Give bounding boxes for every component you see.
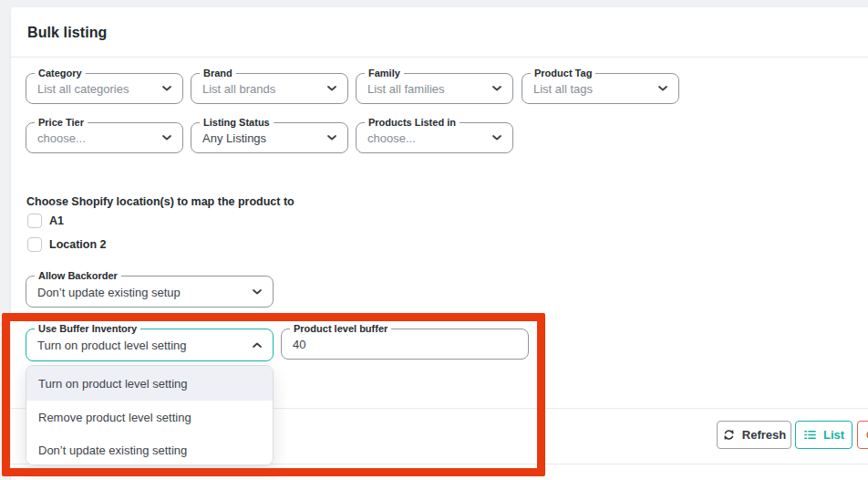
chevron-down-icon <box>492 135 501 141</box>
checkbox-location2-label: Location 2 <box>49 238 107 251</box>
checkbox-location2[interactable] <box>27 237 42 252</box>
locations-heading: Choose Shopify location(s) to map the pr… <box>26 195 294 208</box>
bulk-listing-card: Bulk listing Category List all categorie… <box>11 7 868 480</box>
refresh-button-label: Refresh <box>742 428 786 442</box>
family-label: Family <box>365 68 404 79</box>
products-listed-in-label: Products Listed in <box>365 117 460 129</box>
listing-status-value: Any Listings <box>202 131 266 145</box>
chevron-down-icon <box>162 86 171 91</box>
bulk-listing-page: Bulk listing Category List all categorie… <box>0 0 868 480</box>
category-select[interactable]: Category List all categories <box>26 73 183 104</box>
chevron-down-icon <box>492 86 501 91</box>
buffer-inventory-dropdown-menu: Turn on product level setting Remove pro… <box>26 365 274 465</box>
location-option-location2[interactable]: Location 2 <box>27 236 107 252</box>
checkbox-a1-label: A1 <box>49 214 64 227</box>
use-buffer-inventory-select[interactable]: Use Buffer Inventory Turn on product lev… <box>26 329 274 361</box>
price-tier-value: choose... <box>37 131 86 145</box>
list-button-label: List <box>823 428 844 442</box>
brand-value: List all brands <box>202 82 275 96</box>
clipped-action-button[interactable]: C <box>857 421 868 449</box>
menu-option-turn-on[interactable]: Turn on product level setting <box>26 366 273 401</box>
family-select[interactable]: Family List all families <box>356 73 513 104</box>
list-button[interactable]: List <box>795 421 852 449</box>
use-buffer-inventory-value: Turn on product level setting <box>37 339 187 352</box>
price-tier-select[interactable]: Price Tier choose... <box>26 122 183 153</box>
family-value: List all families <box>367 82 445 96</box>
price-tier-label: Price Tier <box>35 117 88 129</box>
product-tag-value: List all tags <box>533 82 593 96</box>
products-listed-in-value: choose... <box>367 131 416 145</box>
product-level-buffer-label: Product level buffer <box>290 323 391 335</box>
product-tag-select[interactable]: Product Tag List all tags <box>522 73 679 104</box>
header-divider <box>11 57 868 57</box>
category-label: Category <box>35 68 86 79</box>
chevron-down-icon <box>162 135 171 141</box>
menu-option-remove[interactable]: Remove product level setting <box>26 401 273 433</box>
brand-label: Brand <box>200 68 236 79</box>
checkbox-a1[interactable] <box>27 214 42 228</box>
menu-option-dont-update[interactable]: Don’t update existing setting <box>26 433 273 465</box>
category-value: List all categories <box>37 82 129 96</box>
product-level-buffer-field[interactable]: Product level buffer 40 <box>281 329 529 360</box>
chevron-down-icon <box>327 135 336 141</box>
brand-select[interactable]: Brand List all brands <box>191 73 348 104</box>
list-icon <box>803 428 817 442</box>
chevron-up-icon <box>253 342 262 348</box>
listing-status-label: Listing Status <box>200 117 274 129</box>
use-buffer-inventory-label: Use Buffer Inventory <box>35 323 140 335</box>
chevron-down-icon <box>327 86 336 91</box>
product-level-buffer-value: 40 <box>293 338 305 351</box>
refresh-icon <box>722 428 736 442</box>
allow-backorder-value: Don’t update existing setup <box>37 285 181 298</box>
page-title: Bulk listing <box>27 25 107 41</box>
location-option-a1[interactable]: A1 <box>27 213 64 228</box>
refresh-button[interactable]: Refresh <box>717 421 791 449</box>
listing-status-select[interactable]: Listing Status Any Listings <box>191 122 348 153</box>
allow-backorder-label: Allow Backorder <box>35 270 121 282</box>
allow-backorder-select[interactable]: Allow Backorder Don’t update existing se… <box>26 276 274 308</box>
chevron-down-icon <box>658 86 667 91</box>
products-listed-in-select[interactable]: Products Listed in choose... <box>356 122 513 153</box>
product-tag-label: Product Tag <box>531 68 595 79</box>
chevron-down-icon <box>253 289 262 295</box>
